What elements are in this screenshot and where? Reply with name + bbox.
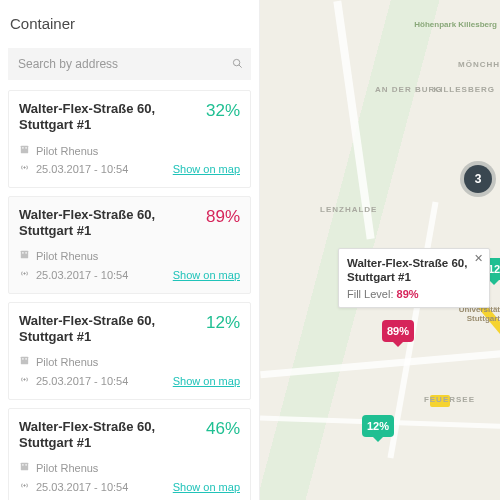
fill-percent: 89%	[206, 207, 240, 227]
provider-label: Pilot Rhenus	[36, 142, 98, 161]
svg-rect-8	[25, 253, 26, 254]
svg-rect-15	[22, 464, 23, 465]
container-card[interactable]: Walter-Flex-Straße 60, Stuttgart #1 12% …	[8, 302, 251, 400]
container-address: Walter-Flex-Straße 60, Stuttgart #1	[19, 313, 194, 346]
map-label: FEUERSEE	[424, 395, 475, 404]
sidebar: Container Walter-Flex-Straße 60, Stuttga…	[0, 0, 260, 500]
building-icon	[19, 247, 30, 266]
map-panel[interactable]: Höhenpark Killesberg AN DER BURG KILLESB…	[260, 0, 500, 500]
close-icon[interactable]: ✕	[474, 252, 483, 265]
svg-point-13	[24, 379, 25, 380]
search-box	[8, 48, 251, 80]
svg-rect-3	[22, 147, 23, 148]
map-marker[interactable]: 89%	[382, 320, 414, 342]
info-fill: Fill Level: 89%	[347, 288, 481, 300]
building-icon	[19, 353, 30, 372]
svg-rect-10	[21, 357, 28, 364]
timestamp: 25.03.2017 - 10:54	[36, 478, 128, 497]
timestamp: 25.03.2017 - 10:54	[36, 372, 128, 391]
info-address: Walter-Flex-Straße 60, Stuttgart #1	[347, 256, 481, 285]
svg-point-0	[233, 59, 239, 65]
provider-label: Pilot Rhenus	[36, 459, 98, 478]
svg-rect-6	[21, 251, 28, 258]
search-input[interactable]	[8, 48, 251, 80]
building-icon	[19, 142, 30, 161]
show-on-map-link[interactable]: Show on map	[173, 372, 240, 391]
search-icon	[232, 55, 243, 73]
map-label: KILLESBERG	[433, 85, 495, 94]
provider-label: Pilot Rhenus	[36, 353, 98, 372]
fill-percent: 12%	[206, 313, 240, 333]
show-on-map-link[interactable]: Show on map	[173, 266, 240, 285]
timestamp: 25.03.2017 - 10:54	[36, 160, 128, 179]
page-title: Container	[10, 15, 249, 32]
timestamp: 25.03.2017 - 10:54	[36, 266, 128, 285]
map-marker[interactable]: 12%	[362, 415, 394, 437]
map-infobox: ✕ Walter-Flex-Straße 60, Stuttgart #1 Fi…	[338, 248, 490, 308]
svg-point-5	[24, 167, 25, 168]
building-icon	[19, 459, 30, 478]
svg-rect-14	[21, 463, 28, 470]
container-address: Walter-Flex-Straße 60, Stuttgart #1	[19, 207, 194, 240]
map-label: MÖNCHH	[458, 60, 500, 69]
svg-line-1	[239, 65, 242, 68]
map-label: LENZHALDE	[320, 205, 377, 214]
svg-rect-7	[22, 253, 23, 254]
signal-icon	[19, 160, 30, 179]
map-cluster[interactable]: 3	[464, 165, 492, 193]
svg-rect-12	[25, 358, 26, 359]
map-label: Höhenpark Killesberg	[414, 20, 497, 29]
signal-icon	[19, 372, 30, 391]
fill-percent: 46%	[206, 419, 240, 439]
container-card[interactable]: Walter-Flex-Straße 60, Stuttgart #1 46% …	[8, 408, 251, 500]
show-on-map-link[interactable]: Show on map	[173, 160, 240, 179]
svg-point-9	[24, 273, 25, 274]
signal-icon	[19, 266, 30, 285]
svg-point-17	[24, 485, 25, 486]
container-address: Walter-Flex-Straße 60, Stuttgart #1	[19, 101, 194, 134]
map-road	[333, 1, 374, 240]
svg-rect-2	[21, 145, 28, 152]
svg-rect-16	[25, 464, 26, 465]
provider-label: Pilot Rhenus	[36, 247, 98, 266]
svg-rect-11	[22, 358, 23, 359]
svg-rect-4	[25, 147, 26, 148]
container-card[interactable]: Walter-Flex-Straße 60, Stuttgart #1 89% …	[8, 196, 251, 294]
map-label: AN DER BURG	[375, 85, 442, 94]
signal-icon	[19, 478, 30, 497]
fill-percent: 32%	[206, 101, 240, 121]
show-on-map-link[interactable]: Show on map	[173, 478, 240, 497]
container-address: Walter-Flex-Straße 60, Stuttgart #1	[19, 419, 194, 452]
container-card[interactable]: Walter-Flex-Straße 60, Stuttgart #1 32% …	[8, 90, 251, 188]
map-road	[260, 349, 500, 379]
